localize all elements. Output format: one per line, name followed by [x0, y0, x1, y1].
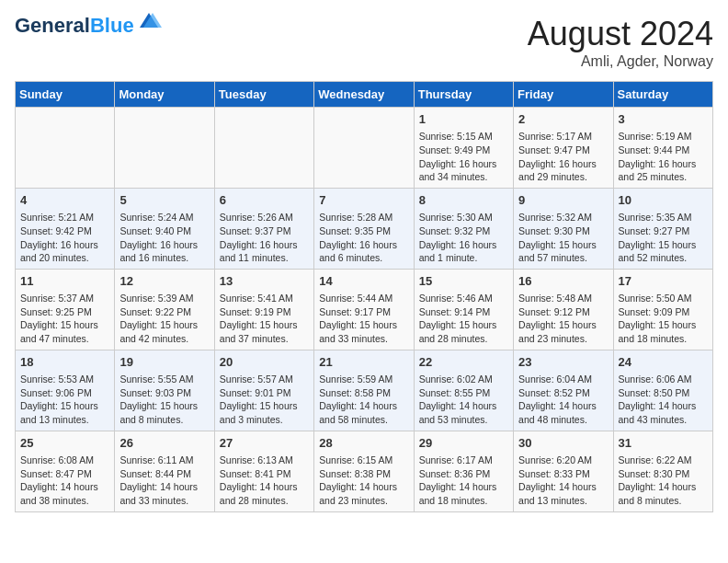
day-number: 14: [319, 273, 408, 290]
cell-content: Sunrise: 5:41 AM Sunset: 9:19 PM Dayligh…: [220, 292, 309, 346]
cell-content: Sunrise: 5:59 AM Sunset: 8:58 PM Dayligh…: [319, 373, 408, 427]
day-number: 25: [20, 435, 109, 452]
logo-text: GeneralBlue: [15, 15, 134, 37]
day-number: 9: [518, 192, 608, 209]
cell-content: Sunrise: 5:39 AM Sunset: 9:22 PM Dayligh…: [119, 292, 209, 346]
page-header: GeneralBlue August 2024 Amli, Agder, Nor…: [15, 15, 713, 70]
cell-content: Sunrise: 6:02 AM Sunset: 8:55 PM Dayligh…: [419, 373, 508, 427]
day-number: 31: [619, 435, 708, 452]
cell-content: Sunrise: 6:22 AM Sunset: 8:30 PM Dayligh…: [619, 454, 708, 508]
calendar-cell: 31Sunrise: 6:22 AM Sunset: 8:30 PM Dayli…: [613, 431, 712, 511]
cell-content: Sunrise: 5:21 AM Sunset: 9:42 PM Dayligh…: [20, 211, 109, 265]
calendar-header-row: SundayMondayTuesdayWednesdayThursdayFrid…: [16, 82, 713, 108]
day-number: 3: [619, 111, 708, 128]
day-number: 1: [419, 111, 508, 128]
calendar-cell: [214, 108, 313, 189]
cell-content: Sunrise: 5:30 AM Sunset: 9:32 PM Dayligh…: [419, 211, 508, 265]
calendar-cell: 15Sunrise: 5:46 AM Sunset: 9:14 PM Dayli…: [414, 269, 513, 350]
cell-content: Sunrise: 5:50 AM Sunset: 9:09 PM Dayligh…: [619, 292, 708, 346]
calendar-cell: 25Sunrise: 6:08 AM Sunset: 8:47 PM Dayli…: [16, 431, 115, 511]
calendar-cell: 23Sunrise: 6:04 AM Sunset: 8:52 PM Dayli…: [514, 350, 613, 431]
day-number: 5: [119, 192, 209, 209]
calendar-cell: 18Sunrise: 5:53 AM Sunset: 9:06 PM Dayli…: [16, 350, 115, 431]
calendar-week-row: 1Sunrise: 5:15 AM Sunset: 9:49 PM Daylig…: [16, 108, 713, 189]
calendar-cell: [314, 108, 414, 189]
calendar-cell: 12Sunrise: 5:39 AM Sunset: 9:22 PM Dayli…: [115, 269, 214, 350]
day-number: 4: [20, 192, 109, 209]
calendar-cell: 3Sunrise: 5:19 AM Sunset: 9:44 PM Daylig…: [613, 108, 712, 189]
day-number: 22: [419, 354, 508, 371]
column-header-sunday: Sunday: [16, 82, 115, 108]
column-header-wednesday: Wednesday: [314, 82, 414, 108]
cell-content: Sunrise: 6:08 AM Sunset: 8:47 PM Dayligh…: [20, 454, 109, 508]
calendar-cell: [115, 108, 214, 189]
day-number: 19: [119, 354, 209, 371]
cell-content: Sunrise: 6:06 AM Sunset: 8:50 PM Dayligh…: [619, 373, 708, 427]
cell-content: Sunrise: 5:32 AM Sunset: 9:30 PM Dayligh…: [518, 211, 608, 265]
cell-content: Sunrise: 5:26 AM Sunset: 9:37 PM Dayligh…: [220, 211, 309, 265]
calendar-cell: 26Sunrise: 6:11 AM Sunset: 8:44 PM Dayli…: [115, 431, 214, 511]
calendar-title: August 2024: [528, 15, 713, 53]
calendar-cell: 19Sunrise: 5:55 AM Sunset: 9:03 PM Dayli…: [115, 350, 214, 431]
cell-content: Sunrise: 5:17 AM Sunset: 9:47 PM Dayligh…: [518, 130, 608, 184]
day-number: 27: [220, 435, 309, 452]
day-number: 29: [419, 435, 508, 452]
calendar-week-row: 11Sunrise: 5:37 AM Sunset: 9:25 PM Dayli…: [16, 269, 713, 350]
day-number: 16: [518, 273, 608, 290]
day-number: 17: [619, 273, 708, 290]
calendar-cell: 6Sunrise: 5:26 AM Sunset: 9:37 PM Daylig…: [214, 188, 313, 269]
calendar-cell: 13Sunrise: 5:41 AM Sunset: 9:19 PM Dayli…: [214, 269, 313, 350]
calendar-cell: 27Sunrise: 6:13 AM Sunset: 8:41 PM Dayli…: [214, 431, 313, 511]
column-header-thursday: Thursday: [414, 82, 513, 108]
cell-content: Sunrise: 6:20 AM Sunset: 8:33 PM Dayligh…: [518, 454, 608, 508]
cell-content: Sunrise: 5:37 AM Sunset: 9:25 PM Dayligh…: [20, 292, 109, 346]
calendar-cell: 29Sunrise: 6:17 AM Sunset: 8:36 PM Dayli…: [414, 431, 513, 511]
calendar-cell: 22Sunrise: 6:02 AM Sunset: 8:55 PM Dayli…: [414, 350, 513, 431]
cell-content: Sunrise: 5:24 AM Sunset: 9:40 PM Dayligh…: [119, 211, 209, 265]
calendar-cell: 4Sunrise: 5:21 AM Sunset: 9:42 PM Daylig…: [16, 188, 115, 269]
calendar-cell: 14Sunrise: 5:44 AM Sunset: 9:17 PM Dayli…: [314, 269, 414, 350]
cell-content: Sunrise: 6:04 AM Sunset: 8:52 PM Dayligh…: [518, 373, 608, 427]
calendar-table: SundayMondayTuesdayWednesdayThursdayFrid…: [15, 81, 713, 512]
title-block: August 2024 Amli, Agder, Norway: [528, 15, 713, 70]
day-number: 10: [619, 192, 708, 209]
day-number: 21: [319, 354, 408, 371]
cell-content: Sunrise: 6:17 AM Sunset: 8:36 PM Dayligh…: [419, 454, 508, 508]
calendar-cell: 17Sunrise: 5:50 AM Sunset: 9:09 PM Dayli…: [613, 269, 712, 350]
day-number: 24: [619, 354, 708, 371]
cell-content: Sunrise: 5:53 AM Sunset: 9:06 PM Dayligh…: [20, 373, 109, 427]
column-header-tuesday: Tuesday: [214, 82, 313, 108]
calendar-cell: 20Sunrise: 5:57 AM Sunset: 9:01 PM Dayli…: [214, 350, 313, 431]
calendar-cell: 1Sunrise: 5:15 AM Sunset: 9:49 PM Daylig…: [414, 108, 513, 189]
calendar-cell: 7Sunrise: 5:28 AM Sunset: 9:35 PM Daylig…: [314, 188, 414, 269]
day-number: 12: [119, 273, 209, 290]
cell-content: Sunrise: 6:15 AM Sunset: 8:38 PM Dayligh…: [319, 454, 408, 508]
cell-content: Sunrise: 5:57 AM Sunset: 9:01 PM Dayligh…: [220, 373, 309, 427]
calendar-cell: 5Sunrise: 5:24 AM Sunset: 9:40 PM Daylig…: [115, 188, 214, 269]
cell-content: Sunrise: 5:35 AM Sunset: 9:27 PM Dayligh…: [619, 211, 708, 265]
day-number: 7: [319, 192, 408, 209]
calendar-cell: 9Sunrise: 5:32 AM Sunset: 9:30 PM Daylig…: [514, 188, 613, 269]
calendar-cell: 28Sunrise: 6:15 AM Sunset: 8:38 PM Dayli…: [314, 431, 414, 511]
day-number: 2: [518, 111, 608, 128]
day-number: 20: [220, 354, 309, 371]
day-number: 15: [419, 273, 508, 290]
cell-content: Sunrise: 5:44 AM Sunset: 9:17 PM Dayligh…: [319, 292, 408, 346]
cell-content: Sunrise: 5:48 AM Sunset: 9:12 PM Dayligh…: [518, 292, 608, 346]
day-number: 28: [319, 435, 408, 452]
cell-content: Sunrise: 5:46 AM Sunset: 9:14 PM Dayligh…: [419, 292, 508, 346]
cell-content: Sunrise: 5:19 AM Sunset: 9:44 PM Dayligh…: [619, 130, 708, 184]
calendar-cell: 16Sunrise: 5:48 AM Sunset: 9:12 PM Dayli…: [514, 269, 613, 350]
day-number: 23: [518, 354, 608, 371]
calendar-cell: [16, 108, 115, 189]
calendar-week-row: 4Sunrise: 5:21 AM Sunset: 9:42 PM Daylig…: [16, 188, 713, 269]
cell-content: Sunrise: 6:11 AM Sunset: 8:44 PM Dayligh…: [119, 454, 209, 508]
day-number: 8: [419, 192, 508, 209]
calendar-cell: 11Sunrise: 5:37 AM Sunset: 9:25 PM Dayli…: [16, 269, 115, 350]
calendar-cell: 30Sunrise: 6:20 AM Sunset: 8:33 PM Dayli…: [514, 431, 613, 511]
calendar-cell: 8Sunrise: 5:30 AM Sunset: 9:32 PM Daylig…: [414, 188, 513, 269]
day-number: 6: [220, 192, 309, 209]
day-number: 13: [220, 273, 309, 290]
calendar-cell: 2Sunrise: 5:17 AM Sunset: 9:47 PM Daylig…: [514, 108, 613, 189]
day-number: 11: [20, 273, 109, 290]
